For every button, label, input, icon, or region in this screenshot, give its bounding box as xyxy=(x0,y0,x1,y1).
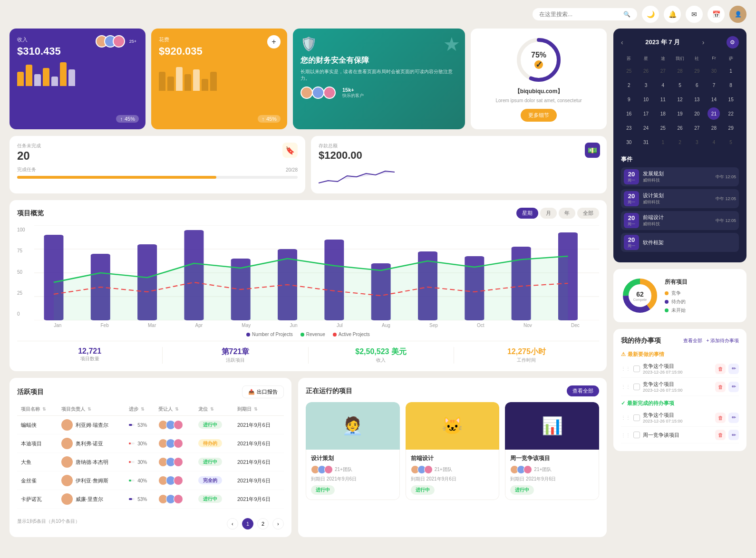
calendar-day[interactable]: 6 xyxy=(691,79,703,91)
todo-add[interactable]: + 添加待办事项 xyxy=(706,337,739,344)
sort-manager[interactable]: ⇅ xyxy=(87,407,91,412)
circle-card: 75% ✓ 【biqubiqu.com】 Lorem ipsum dolor s… xyxy=(471,29,607,129)
event-name: 软件框架 xyxy=(643,239,732,246)
calendar-day[interactable]: 9 xyxy=(623,93,635,106)
calendar-day[interactable]: 27 xyxy=(691,122,703,134)
calendar-day[interactable]: 27 xyxy=(657,65,669,77)
checkbox-2[interactable] xyxy=(633,384,640,390)
search-box[interactable]: 🔍 xyxy=(533,8,637,20)
calendar-day[interactable]: 25 xyxy=(623,65,635,77)
calendar-day[interactable]: 4 xyxy=(657,79,669,91)
calendar-day[interactable]: 26 xyxy=(674,122,686,134)
todo-edit-1[interactable]: ✏ xyxy=(728,364,739,374)
calendar-day[interactable]: 28 xyxy=(708,122,720,134)
calendar-day[interactable]: 28 xyxy=(674,65,686,77)
calendar-day[interactable]: 5 xyxy=(674,79,686,91)
project-chart-svg xyxy=(34,225,599,320)
calendar-day[interactable]: 3 xyxy=(640,79,652,91)
stat-total-num: 12,721 xyxy=(17,347,162,356)
calendar-day[interactable]: 7 xyxy=(708,79,720,91)
drag-handle-3[interactable]: ⋮⋮ xyxy=(621,415,630,420)
export-button[interactable]: 📤 出口报告 xyxy=(242,385,284,398)
calendar-day[interactable]: 30 xyxy=(623,136,635,148)
calendar-day[interactable]: 1 xyxy=(657,136,669,148)
checkbox-1[interactable] xyxy=(633,366,640,372)
calendar-day[interactable]: 26 xyxy=(640,65,652,77)
page-1-button[interactable]: 1 xyxy=(242,518,253,529)
tab-year[interactable]: 年 xyxy=(559,208,575,219)
running-project-card: 🧑‍💼 设计策划 21+团队 到期日 2021年9月6日 进行中 xyxy=(306,402,400,500)
todo-delete-2[interactable]: 🗑 xyxy=(715,382,726,392)
calendar-day[interactable]: 25 xyxy=(657,122,669,134)
cal-next-button[interactable]: › xyxy=(702,38,705,46)
prev-page-button[interactable]: ‹ xyxy=(227,518,238,529)
calendar-day[interactable]: 30 xyxy=(708,65,720,77)
calendar-day[interactable]: 4 xyxy=(708,136,720,148)
event-day-num: 20 xyxy=(627,192,636,200)
calendar-day[interactable]: 5 xyxy=(725,136,737,148)
stat-hours-num: 12,275小时 xyxy=(454,347,599,357)
calendar-day[interactable]: 16 xyxy=(623,107,635,120)
pagination-controls[interactable]: ‹ 1 2 › xyxy=(227,518,284,529)
calendar-day[interactable]: 24 xyxy=(640,122,652,134)
ebar-7 xyxy=(210,72,217,91)
calendar-day[interactable]: 21 xyxy=(708,107,720,120)
calendar-day[interactable]: 29 xyxy=(691,65,703,77)
page-2-button[interactable]: 2 xyxy=(257,518,269,529)
calendar-day[interactable]: 29 xyxy=(725,122,737,134)
more-details-button[interactable]: 更多细节 xyxy=(521,109,557,122)
sort-due[interactable]: ⇅ xyxy=(254,407,258,412)
checkbox-4[interactable] xyxy=(633,432,640,438)
calendar-day[interactable]: 12 xyxy=(674,93,686,106)
sort-progress[interactable]: ⇅ xyxy=(141,407,145,412)
todo-delete-4[interactable]: 🗑 xyxy=(715,430,726,440)
calendar-day[interactable]: 19 xyxy=(674,107,686,120)
sort-status[interactable]: ⇅ xyxy=(210,407,214,412)
mail-button[interactable]: ✉ xyxy=(686,6,703,23)
calendar-day[interactable]: 14 xyxy=(708,93,720,106)
drag-handle-1[interactable]: ⋮⋮ xyxy=(621,366,630,371)
tab-month[interactable]: 月 xyxy=(540,208,557,219)
bar-5 xyxy=(51,77,58,86)
search-input[interactable] xyxy=(539,11,620,18)
cal-day-header: Fr xyxy=(706,54,722,63)
drag-handle-2[interactable]: ⋮⋮ xyxy=(621,384,630,389)
tab-all[interactable]: 全部 xyxy=(577,208,599,219)
checkbox-3[interactable] xyxy=(633,414,640,421)
drag-handle-4[interactable]: ⋮⋮ xyxy=(621,433,630,438)
tab-week[interactable]: 星期 xyxy=(516,208,538,219)
project-overview-tabs[interactable]: 星期 月 年 全部 xyxy=(516,208,599,219)
calendar-day[interactable]: 2 xyxy=(674,136,686,148)
todo-delete-1[interactable]: 🗑 xyxy=(715,364,726,374)
cal-prev-button[interactable]: ‹ xyxy=(621,38,623,46)
calendar-day[interactable]: 31 xyxy=(640,136,652,148)
add-expense-button[interactable]: + xyxy=(267,35,281,48)
calendar-day[interactable]: 23 xyxy=(623,122,635,134)
view-all-running-button[interactable]: 查看全部 xyxy=(567,385,599,396)
calendar-day[interactable]: 17 xyxy=(640,107,652,120)
todo-edit-4[interactable]: ✏ xyxy=(728,430,739,440)
todo-edit-2[interactable]: ✏ xyxy=(728,382,739,392)
todo-delete-3[interactable]: 🗑 xyxy=(715,413,726,423)
calendar-day[interactable]: 20 xyxy=(691,107,703,120)
calendar-day[interactable]: 1 xyxy=(725,65,737,77)
calendar-day[interactable]: 13 xyxy=(691,93,703,106)
calendar-day[interactable]: 15 xyxy=(725,93,737,106)
calendar-day[interactable]: 22 xyxy=(725,107,737,120)
calendar-day[interactable]: 10 xyxy=(640,93,652,106)
calendar-day[interactable]: 3 xyxy=(691,136,703,148)
calendar-day[interactable]: 18 xyxy=(657,107,669,120)
calendar-day[interactable]: 11 xyxy=(657,93,669,106)
calendar-settings-button[interactable]: ⚙ xyxy=(727,36,739,48)
next-page-button[interactable]: › xyxy=(272,518,284,529)
dark-mode-button[interactable]: 🌙 xyxy=(642,6,659,23)
todo-view-all[interactable]: 查看全部 xyxy=(683,337,702,344)
notification-button[interactable]: 🔔 xyxy=(664,6,681,23)
calendar-day[interactable]: 2 xyxy=(623,79,635,91)
calendar-button[interactable]: 📅 xyxy=(708,6,725,23)
calendar-day[interactable]: 8 xyxy=(725,79,737,91)
sort-name[interactable]: ⇅ xyxy=(42,407,46,412)
sort-assignee[interactable]: ⇅ xyxy=(175,407,179,412)
todo-edit-3[interactable]: ✏ xyxy=(728,413,739,423)
user-avatar[interactable]: 👤 xyxy=(729,6,746,23)
